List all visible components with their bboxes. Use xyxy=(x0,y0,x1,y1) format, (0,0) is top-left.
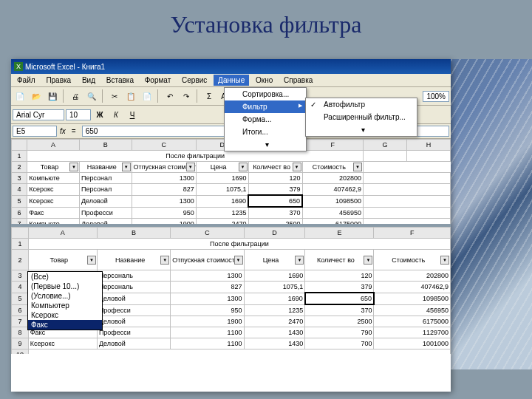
filter-arrow-icon[interactable]: ▼ xyxy=(186,163,195,171)
table-cell[interactable]: 700 xyxy=(305,338,374,349)
filter-option[interactable]: Ксерокс xyxy=(28,310,102,320)
table-cell[interactable]: 1690 xyxy=(244,293,305,304)
filter-option[interactable]: Факс xyxy=(28,320,102,330)
table-cell[interactable]: Факс xyxy=(27,207,80,219)
table-cell[interactable]: 2470 xyxy=(244,316,305,327)
table-cell[interactable]: 1300 xyxy=(171,293,244,304)
table-cell[interactable]: 1098500 xyxy=(302,195,364,207)
table-cell[interactable]: 120 xyxy=(305,270,374,282)
filter-arrow-icon[interactable]: ▼ xyxy=(293,163,301,171)
filter-arrow-icon[interactable]: ▼ xyxy=(239,163,248,171)
col-header[interactable]: D xyxy=(244,228,305,239)
menu-edit[interactable]: Правка xyxy=(41,75,75,86)
col-header[interactable]: A xyxy=(28,228,97,239)
table-cell[interactable]: 456950 xyxy=(374,304,451,316)
table-cell[interactable]: 120 xyxy=(248,173,302,184)
table-cell[interactable]: 407462,9 xyxy=(374,282,451,293)
table-cell[interactable]: 1900 xyxy=(132,219,196,225)
table-cell[interactable]: 1690 xyxy=(196,195,248,207)
table-cell[interactable]: 379 xyxy=(305,282,374,293)
filter-arrow-icon[interactable]: ▼ xyxy=(353,163,362,171)
table-cell[interactable]: 2500 xyxy=(305,316,374,327)
submenu-autofilter[interactable]: Автофильтр xyxy=(306,98,417,111)
menu-item-filter[interactable]: Фильтр xyxy=(225,100,306,113)
redo-button[interactable]: ↷ xyxy=(179,89,194,103)
filter-arrow-icon[interactable]: ▼ xyxy=(295,256,304,265)
table-cell[interactable]: Деловой xyxy=(79,195,132,207)
row-header[interactable]: 7 xyxy=(12,316,29,327)
menu-file[interactable]: Файл xyxy=(13,75,40,86)
row-header[interactable]: 4 xyxy=(12,184,27,196)
table-cell[interactable]: 1100 xyxy=(171,338,244,349)
filter-submenu[interactable]: Автофильтр Расширенный фильтр... ▾ xyxy=(305,98,417,137)
autofilter-dropdown[interactable]: (Все)(Первые 10...)(Условие...)Компьютер… xyxy=(27,271,103,330)
table-cell[interactable]: 1690 xyxy=(244,270,305,282)
table-cell[interactable]: Персонал xyxy=(79,173,132,184)
submenu-advanced-filter[interactable]: Расширенный фильтр... xyxy=(306,111,417,123)
lower-spreadsheet[interactable]: ABCDEF 1После фильтрации 2Товар▼Название… xyxy=(11,224,451,354)
menubar[interactable]: Файл Правка Вид Вставка Формат Сервис Да… xyxy=(11,74,451,87)
table-cell[interactable]: 1235 xyxy=(196,207,248,219)
table-cell[interactable]: 1300 xyxy=(132,195,196,207)
fx-icon[interactable]: fx xyxy=(60,127,66,135)
menu-insert[interactable]: Вставка xyxy=(102,75,138,86)
table-cell[interactable]: 379 xyxy=(248,184,302,196)
table-cell[interactable]: Ксерокс xyxy=(27,184,80,196)
table-cell[interactable]: 1430 xyxy=(244,338,305,349)
table-cell[interactable]: 650 xyxy=(305,293,374,304)
table-cell[interactable]: 950 xyxy=(132,207,196,219)
cut-button[interactable]: ✂ xyxy=(107,89,122,103)
menu-view[interactable]: Вид xyxy=(78,75,100,86)
table-cell[interactable]: 1300 xyxy=(132,173,196,184)
table-cell[interactable]: 1900 xyxy=(171,316,244,327)
table-cell[interactable]: 827 xyxy=(132,184,196,196)
table-cell[interactable]: Персонал xyxy=(79,184,132,196)
table-cell[interactable]: 1430 xyxy=(244,327,305,338)
row-header[interactable]: 5 xyxy=(12,195,27,207)
row-header[interactable]: 5 xyxy=(12,293,29,304)
table-cell[interactable]: Деловой xyxy=(79,219,132,225)
print-button[interactable]: 🖨 xyxy=(68,89,83,103)
name-box[interactable]: E5 xyxy=(13,126,57,137)
filter-arrow-icon[interactable]: ▼ xyxy=(122,163,131,171)
font-size-selector[interactable]: 10 xyxy=(66,109,91,120)
table-cell[interactable]: Персональ xyxy=(97,270,170,282)
row-header[interactable]: 6 xyxy=(12,207,27,219)
table-cell[interactable]: 2500 xyxy=(248,219,302,225)
col-header[interactable]: B xyxy=(97,228,170,239)
table-cell[interactable]: Компьюте xyxy=(27,219,80,225)
table-cell[interactable]: 370 xyxy=(305,304,374,316)
italic-button[interactable]: К xyxy=(109,107,123,122)
col-header[interactable]: F xyxy=(374,228,451,239)
menu-tools[interactable]: Сервис xyxy=(177,75,211,86)
row-header[interactable]: 3 xyxy=(12,270,29,282)
table-cell[interactable]: Деловой xyxy=(97,338,170,349)
table-cell[interactable]: 950 xyxy=(171,304,244,316)
table-cell[interactable]: 1300 xyxy=(171,270,244,282)
col-header[interactable]: G xyxy=(364,140,407,151)
row-header[interactable]: 2 xyxy=(12,250,29,270)
table-cell[interactable]: 202800 xyxy=(374,270,451,282)
filter-arrow-icon[interactable]: ▼ xyxy=(234,256,243,265)
filter-option[interactable]: Компьютер xyxy=(28,301,102,310)
table-cell[interactable]: Компьюте xyxy=(27,173,80,184)
table-cell[interactable]: 6175000 xyxy=(374,316,451,327)
menu-data[interactable]: Данные xyxy=(214,75,249,86)
upper-spreadsheet[interactable]: ABCDEFGH 1После фильтрации 2Товар▼Назван… xyxy=(11,139,451,224)
menu-expand-icon[interactable]: ▾ xyxy=(225,138,306,151)
filter-arrow-icon[interactable]: ▼ xyxy=(69,163,78,171)
row-header[interactable]: 8 xyxy=(12,327,29,338)
row-header[interactable]: 10 xyxy=(12,349,29,355)
col-header[interactable]: B xyxy=(79,140,132,151)
table-cell[interactable]: 370 xyxy=(248,207,302,219)
table-cell[interactable]: Деловой xyxy=(97,316,170,327)
table-cell[interactable]: Деловой xyxy=(97,293,170,304)
menu-window[interactable]: Окно xyxy=(251,75,277,86)
table-cell[interactable]: 1690 xyxy=(196,173,248,184)
table-cell[interactable]: Ксерокс xyxy=(27,195,80,207)
menu-item-form[interactable]: Форма... xyxy=(225,113,306,126)
table-cell[interactable]: Професси xyxy=(79,207,132,219)
col-header[interactable]: C xyxy=(171,228,244,239)
row-header[interactable]: 1 xyxy=(12,151,27,162)
font-selector[interactable]: Arial Cyr xyxy=(13,109,64,120)
